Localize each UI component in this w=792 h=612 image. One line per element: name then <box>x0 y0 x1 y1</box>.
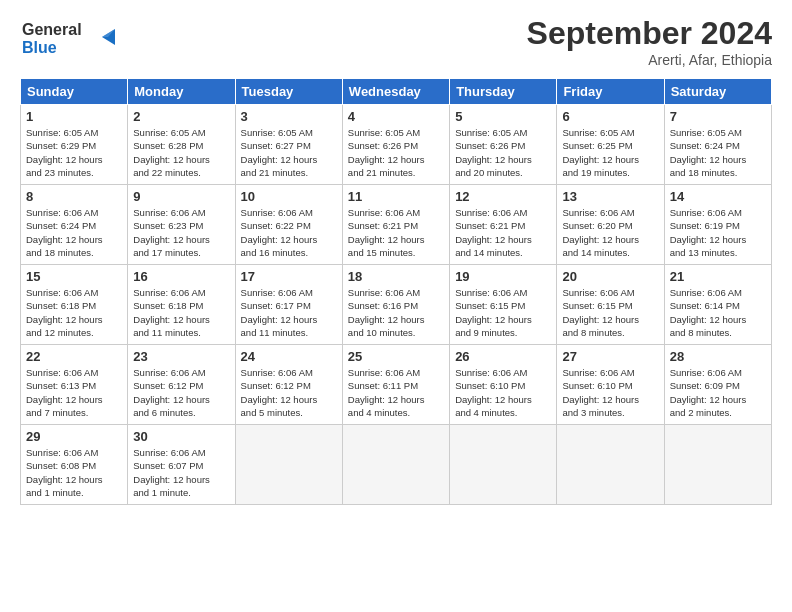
day-of-week-header: Thursday <box>450 79 557 105</box>
day-number: 24 <box>241 349 337 364</box>
day-info: Sunrise: 6:05 AM Sunset: 6:26 PM Dayligh… <box>455 126 551 179</box>
day-info: Sunrise: 6:06 AM Sunset: 6:12 PM Dayligh… <box>241 366 337 419</box>
calendar-day-cell: 2Sunrise: 6:05 AM Sunset: 6:28 PM Daylig… <box>128 105 235 185</box>
day-number: 16 <box>133 269 229 284</box>
calendar-day-cell: 7Sunrise: 6:05 AM Sunset: 6:24 PM Daylig… <box>664 105 771 185</box>
calendar-week-row: 1Sunrise: 6:05 AM Sunset: 6:29 PM Daylig… <box>21 105 772 185</box>
days-of-week-row: SundayMondayTuesdayWednesdayThursdayFrid… <box>21 79 772 105</box>
day-number: 18 <box>348 269 444 284</box>
day-info: Sunrise: 6:06 AM Sunset: 6:11 PM Dayligh… <box>348 366 444 419</box>
calendar-day-cell: 24Sunrise: 6:06 AM Sunset: 6:12 PM Dayli… <box>235 345 342 425</box>
calendar-day-cell <box>557 425 664 505</box>
day-info: Sunrise: 6:06 AM Sunset: 6:10 PM Dayligh… <box>455 366 551 419</box>
day-number: 5 <box>455 109 551 124</box>
calendar-day-cell: 13Sunrise: 6:06 AM Sunset: 6:20 PM Dayli… <box>557 185 664 265</box>
calendar-day-cell: 19Sunrise: 6:06 AM Sunset: 6:15 PM Dayli… <box>450 265 557 345</box>
day-info: Sunrise: 6:06 AM Sunset: 6:20 PM Dayligh… <box>562 206 658 259</box>
calendar-day-cell: 10Sunrise: 6:06 AM Sunset: 6:22 PM Dayli… <box>235 185 342 265</box>
day-number: 6 <box>562 109 658 124</box>
calendar-day-cell: 6Sunrise: 6:05 AM Sunset: 6:25 PM Daylig… <box>557 105 664 185</box>
day-info: Sunrise: 6:06 AM Sunset: 6:21 PM Dayligh… <box>348 206 444 259</box>
calendar-body: 1Sunrise: 6:05 AM Sunset: 6:29 PM Daylig… <box>21 105 772 505</box>
day-number: 15 <box>26 269 122 284</box>
logo-icon: General Blue <box>20 15 125 57</box>
day-number: 26 <box>455 349 551 364</box>
day-number: 13 <box>562 189 658 204</box>
calendar-table: SundayMondayTuesdayWednesdayThursdayFrid… <box>20 78 772 505</box>
day-info: Sunrise: 6:05 AM Sunset: 6:26 PM Dayligh… <box>348 126 444 179</box>
day-number: 14 <box>670 189 766 204</box>
day-info: Sunrise: 6:06 AM Sunset: 6:13 PM Dayligh… <box>26 366 122 419</box>
day-number: 9 <box>133 189 229 204</box>
day-info: Sunrise: 6:06 AM Sunset: 6:09 PM Dayligh… <box>670 366 766 419</box>
day-number: 28 <box>670 349 766 364</box>
day-number: 19 <box>455 269 551 284</box>
day-info: Sunrise: 6:06 AM Sunset: 6:18 PM Dayligh… <box>133 286 229 339</box>
calendar-day-cell: 18Sunrise: 6:06 AM Sunset: 6:16 PM Dayli… <box>342 265 449 345</box>
calendar-day-cell <box>342 425 449 505</box>
day-info: Sunrise: 6:06 AM Sunset: 6:07 PM Dayligh… <box>133 446 229 499</box>
day-number: 4 <box>348 109 444 124</box>
calendar-day-cell: 5Sunrise: 6:05 AM Sunset: 6:26 PM Daylig… <box>450 105 557 185</box>
day-info: Sunrise: 6:06 AM Sunset: 6:15 PM Dayligh… <box>455 286 551 339</box>
svg-text:General: General <box>22 21 82 38</box>
calendar-day-cell: 27Sunrise: 6:06 AM Sunset: 6:10 PM Dayli… <box>557 345 664 425</box>
title-block: September 2024 Arerti, Afar, Ethiopia <box>527 15 772 68</box>
calendar-day-cell: 23Sunrise: 6:06 AM Sunset: 6:12 PM Dayli… <box>128 345 235 425</box>
calendar-day-cell: 25Sunrise: 6:06 AM Sunset: 6:11 PM Dayli… <box>342 345 449 425</box>
day-number: 25 <box>348 349 444 364</box>
day-info: Sunrise: 6:05 AM Sunset: 6:28 PM Dayligh… <box>133 126 229 179</box>
day-info: Sunrise: 6:05 AM Sunset: 6:24 PM Dayligh… <box>670 126 766 179</box>
day-number: 17 <box>241 269 337 284</box>
calendar-day-cell: 4Sunrise: 6:05 AM Sunset: 6:26 PM Daylig… <box>342 105 449 185</box>
day-number: 22 <box>26 349 122 364</box>
day-of-week-header: Friday <box>557 79 664 105</box>
calendar-day-cell: 21Sunrise: 6:06 AM Sunset: 6:14 PM Dayli… <box>664 265 771 345</box>
logo: General Blue <box>20 15 125 61</box>
calendar-day-cell <box>664 425 771 505</box>
calendar-day-cell: 29Sunrise: 6:06 AM Sunset: 6:08 PM Dayli… <box>21 425 128 505</box>
calendar-day-cell: 30Sunrise: 6:06 AM Sunset: 6:07 PM Dayli… <box>128 425 235 505</box>
day-number: 29 <box>26 429 122 444</box>
day-number: 23 <box>133 349 229 364</box>
day-number: 11 <box>348 189 444 204</box>
day-number: 2 <box>133 109 229 124</box>
day-of-week-header: Sunday <box>21 79 128 105</box>
day-number: 20 <box>562 269 658 284</box>
day-number: 12 <box>455 189 551 204</box>
day-number: 10 <box>241 189 337 204</box>
day-info: Sunrise: 6:06 AM Sunset: 6:10 PM Dayligh… <box>562 366 658 419</box>
calendar-day-cell: 8Sunrise: 6:06 AM Sunset: 6:24 PM Daylig… <box>21 185 128 265</box>
day-number: 27 <box>562 349 658 364</box>
calendar-day-cell: 16Sunrise: 6:06 AM Sunset: 6:18 PM Dayli… <box>128 265 235 345</box>
calendar-day-cell: 28Sunrise: 6:06 AM Sunset: 6:09 PM Dayli… <box>664 345 771 425</box>
day-info: Sunrise: 6:05 AM Sunset: 6:29 PM Dayligh… <box>26 126 122 179</box>
day-info: Sunrise: 6:06 AM Sunset: 6:12 PM Dayligh… <box>133 366 229 419</box>
day-number: 30 <box>133 429 229 444</box>
day-of-week-header: Tuesday <box>235 79 342 105</box>
calendar-day-cell: 15Sunrise: 6:06 AM Sunset: 6:18 PM Dayli… <box>21 265 128 345</box>
day-info: Sunrise: 6:05 AM Sunset: 6:25 PM Dayligh… <box>562 126 658 179</box>
day-info: Sunrise: 6:06 AM Sunset: 6:08 PM Dayligh… <box>26 446 122 499</box>
calendar-day-cell: 11Sunrise: 6:06 AM Sunset: 6:21 PM Dayli… <box>342 185 449 265</box>
calendar-day-cell: 17Sunrise: 6:06 AM Sunset: 6:17 PM Dayli… <box>235 265 342 345</box>
day-number: 8 <box>26 189 122 204</box>
month-title: September 2024 <box>527 15 772 52</box>
day-info: Sunrise: 6:06 AM Sunset: 6:23 PM Dayligh… <box>133 206 229 259</box>
svg-text:Blue: Blue <box>22 39 57 56</box>
calendar-day-cell: 3Sunrise: 6:05 AM Sunset: 6:27 PM Daylig… <box>235 105 342 185</box>
day-number: 1 <box>26 109 122 124</box>
day-of-week-header: Saturday <box>664 79 771 105</box>
calendar-week-row: 29Sunrise: 6:06 AM Sunset: 6:08 PM Dayli… <box>21 425 772 505</box>
day-info: Sunrise: 6:06 AM Sunset: 6:17 PM Dayligh… <box>241 286 337 339</box>
calendar-day-cell <box>235 425 342 505</box>
day-info: Sunrise: 6:06 AM Sunset: 6:19 PM Dayligh… <box>670 206 766 259</box>
day-of-week-header: Wednesday <box>342 79 449 105</box>
calendar-day-cell <box>450 425 557 505</box>
day-info: Sunrise: 6:05 AM Sunset: 6:27 PM Dayligh… <box>241 126 337 179</box>
calendar-day-cell: 14Sunrise: 6:06 AM Sunset: 6:19 PM Dayli… <box>664 185 771 265</box>
day-of-week-header: Monday <box>128 79 235 105</box>
day-info: Sunrise: 6:06 AM Sunset: 6:14 PM Dayligh… <box>670 286 766 339</box>
calendar-day-cell: 22Sunrise: 6:06 AM Sunset: 6:13 PM Dayli… <box>21 345 128 425</box>
location: Arerti, Afar, Ethiopia <box>527 52 772 68</box>
